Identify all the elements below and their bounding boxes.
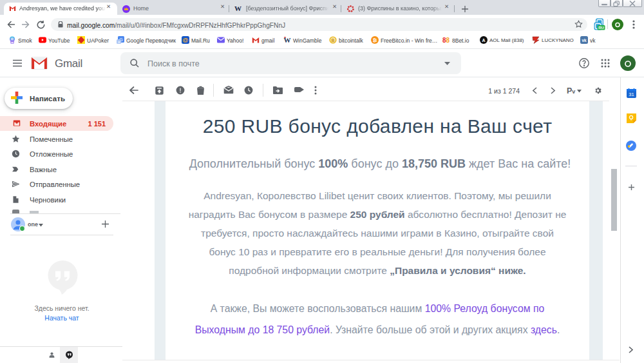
svg-text:я: я bbox=[118, 40, 120, 44]
svg-text:B: B bbox=[331, 38, 334, 43]
svg-text:8: 8 bbox=[446, 37, 450, 44]
svg-text:31: 31 bbox=[629, 92, 634, 97]
svg-text:@: @ bbox=[183, 37, 189, 43]
svg-text:₿: ₿ bbox=[373, 37, 377, 43]
svg-text:vk: vk bbox=[582, 38, 587, 43]
svg-text:RU: RU bbox=[598, 26, 604, 30]
svg-text:A: A bbox=[482, 38, 485, 43]
